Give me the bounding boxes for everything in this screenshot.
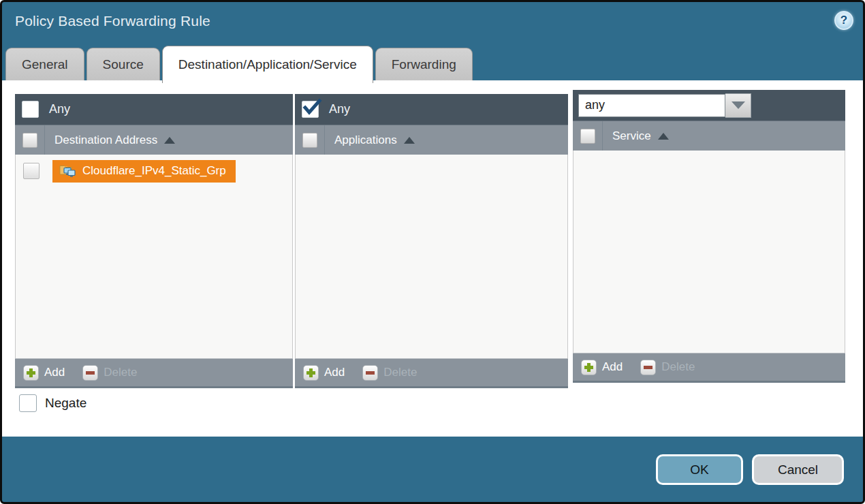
sort-asc-icon[interactable] <box>658 133 669 140</box>
minus-icon <box>82 365 98 381</box>
service-select-all-checkbox[interactable] <box>580 129 595 144</box>
plus-icon <box>581 360 597 375</box>
destination-footer: Add Delete <box>15 358 293 388</box>
service-dropdown[interactable]: any <box>578 94 725 117</box>
ok-button[interactable]: OK <box>656 454 743 485</box>
destination-any-label: Any <box>49 102 70 116</box>
destination-address-entry[interactable]: Cloudflare_IPv4_Static_Grp <box>52 160 236 183</box>
list-item: Cloudflare_IPv4_Static_Grp <box>16 159 292 183</box>
destination-select-all-checkbox[interactable] <box>22 133 37 148</box>
add-button[interactable]: Add <box>303 365 345 381</box>
service-dropdown-button[interactable] <box>725 93 751 118</box>
add-button[interactable]: Add <box>23 365 65 381</box>
negate-row: Negate <box>19 394 86 412</box>
applications-select-all-checkbox[interactable] <box>302 133 317 148</box>
applications-footer: Add Delete <box>295 358 568 388</box>
destination-address-panel: Any Destination Address <box>15 94 293 388</box>
minus-icon <box>640 360 656 375</box>
add-button[interactable]: Add <box>581 360 623 375</box>
applications-any-label: Any <box>329 102 350 116</box>
delete-button[interactable]: Delete <box>640 360 695 375</box>
minus-icon <box>362 365 378 381</box>
applications-any-checkbox[interactable] <box>302 101 319 118</box>
destination-any-bar: Any <box>15 94 293 125</box>
service-footer: Add Delete <box>573 353 845 383</box>
tab-source[interactable]: Source <box>86 48 160 80</box>
service-dropdown-bar: any <box>573 90 845 121</box>
sort-asc-icon[interactable] <box>404 137 415 144</box>
tab-forwarding[interactable]: Forwarding <box>375 48 473 80</box>
row-checkbox[interactable] <box>23 163 40 179</box>
plus-icon <box>303 365 319 381</box>
address-group-icon <box>59 162 76 180</box>
plus-icon <box>23 365 39 381</box>
applications-header-label: Applications <box>334 133 397 147</box>
applications-panel: Any Applications Add Delete <box>295 94 568 388</box>
destination-list: Cloudflare_IPv4_Static_Grp <box>15 155 293 358</box>
applications-column-header: Applications <box>295 125 568 155</box>
check-icon <box>302 97 322 121</box>
applications-any-bar: Any <box>295 94 568 125</box>
destination-column-header: Destination Address <box>15 125 293 155</box>
help-icon[interactable]: ? <box>834 11 853 30</box>
tab-content: Any Destination Address <box>2 80 863 437</box>
applications-list <box>295 155 568 358</box>
page-title: Policy Based Forwarding Rule <box>15 13 210 29</box>
delete-button[interactable]: Delete <box>82 365 137 381</box>
destination-header-label: Destination Address <box>54 133 157 147</box>
destination-any-checkbox[interactable] <box>22 101 39 118</box>
negate-checkbox[interactable] <box>19 394 37 412</box>
destination-address-label: Cloudflare_IPv4_Static_Grp <box>82 164 226 178</box>
cancel-button[interactable]: Cancel <box>752 454 844 485</box>
sort-asc-icon[interactable] <box>164 137 175 144</box>
tab-general[interactable]: General <box>5 48 84 80</box>
service-header-label: Service <box>612 129 651 143</box>
service-list <box>573 151 845 353</box>
service-panel: any Service Add <box>573 90 845 383</box>
policy-based-forwarding-dialog: Policy Based Forwarding Rule ? General S… <box>0 0 865 504</box>
service-column-header: Service <box>573 121 845 151</box>
negate-label: Negate <box>45 396 86 411</box>
chevron-down-icon <box>732 101 745 109</box>
tab-bar: General Source Destination/Application/S… <box>5 48 475 80</box>
tab-destination-application-service[interactable]: Destination/Application/Service <box>162 46 373 83</box>
delete-button[interactable]: Delete <box>362 365 417 381</box>
